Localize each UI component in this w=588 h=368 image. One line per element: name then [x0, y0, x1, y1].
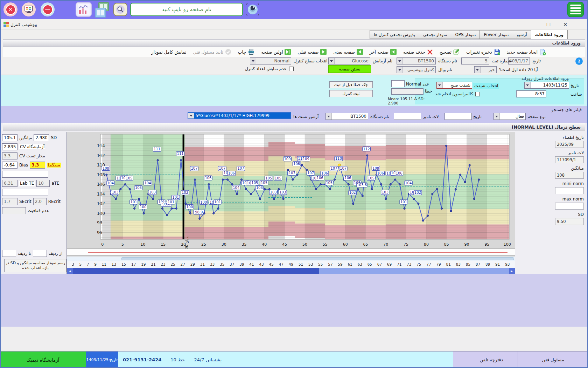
next-page-button[interactable]: صفحه بعدی: [333, 49, 363, 55]
support-phone: 021-9131-2424: [123, 357, 161, 362]
max-norm-input[interactable]: [555, 203, 584, 210]
chart-shortcut-button[interactable]: [76, 2, 92, 17]
lower-area-background: [0, 274, 588, 327]
levey-jennings-chart-block: 9698100102104106108110112114051015202530…: [66, 132, 515, 274]
svg-text:40: 40: [262, 242, 267, 247]
above-status-background: [0, 327, 588, 351]
stats-extra-input-2[interactable]: [2, 189, 48, 196]
filter-date-input[interactable]: [444, 113, 472, 120]
window-close-button[interactable]: ✕: [558, 19, 573, 29]
svg-text:108: 108: [372, 166, 379, 170]
vial-name-combo[interactable]: کنترل بیوشیمی: [397, 66, 436, 73]
bottom-scrollbar[interactable]: ◄ ►: [67, 268, 515, 274]
close-page-button[interactable]: بستن صفحه: [328, 65, 371, 73]
filter-lot-input[interactable]: [394, 113, 421, 120]
hamburger-menu-button[interactable]: [567, 2, 584, 17]
chart-horizontal-scrollbar[interactable]: [67, 257, 515, 261]
desktop-button[interactable]: [22, 2, 36, 16]
device-name-combo[interactable]: BT1500: [397, 57, 436, 64]
svg-text:103: 103: [382, 190, 388, 194]
filter-device-combo[interactable]: BT1500: [326, 113, 368, 120]
scrollbar-handle[interactable]: [121, 257, 514, 260]
submit-control-button[interactable]: ثبت کنترل: [329, 90, 373, 97]
search-page-button[interactable]: [113, 3, 127, 16]
svg-text:101: 101: [172, 196, 179, 199]
levey-jennings-chart[interactable]: 9698100102104106108110112114051015202530…: [67, 132, 515, 248]
shift-combo[interactable]: شیفت صبح: [436, 82, 472, 89]
first-20-combo[interactable]: خیر: [474, 66, 497, 73]
svg-text:پایان 20 داده: پایان 20 داده: [184, 237, 189, 248]
tab-cumulative-chart[interactable]: نمودار تجمعی: [419, 30, 451, 39]
stats-extra-input-1[interactable]: [2, 171, 48, 178]
ate-input: [36, 180, 50, 187]
svg-text:106: 106: [321, 171, 328, 175]
lab-te-input: [2, 180, 18, 187]
lot-number-value: 117099/1: [555, 156, 584, 163]
sd-input[interactable]: [34, 134, 49, 141]
page-name-search-input[interactable]: [130, 3, 243, 16]
window-title-bar: [0, 19, 588, 30]
control-level-combo[interactable]: Normal: [250, 57, 291, 64]
print-button[interactable]: چاپ: [238, 49, 254, 55]
tab-power-chart[interactable]: نمودار Power: [479, 30, 512, 39]
svg-text:95: 95: [484, 242, 489, 247]
mini-norm-input[interactable]: [555, 187, 584, 194]
registration-number-input[interactable]: [461, 57, 489, 64]
close-icon: ✕: [6, 5, 16, 15]
svg-text:107: 107: [237, 166, 244, 170]
last-page-button[interactable]: صفحه آخر: [370, 49, 397, 55]
draw-range-chart-button[interactable]: رسم نمودار محاسبه میانگین و SD در بازه ا…: [4, 259, 66, 272]
tab-archive[interactable]: آرشیو: [513, 30, 531, 39]
svg-text:105: 105: [368, 176, 374, 180]
svg-text:103: 103: [135, 186, 142, 190]
svg-text:100: 100: [186, 205, 193, 209]
from-row-input[interactable]: [33, 250, 47, 257]
edit-button[interactable]: تصحیح: [440, 49, 460, 55]
page-type-combo[interactable]: فعال: [493, 113, 526, 120]
archive-tests-combo[interactable]: 5*Glucose*1403/1/17*-HIGH:179999: [188, 112, 291, 119]
cv-lab-input[interactable]: [2, 143, 18, 150]
prev-page-button[interactable]: صفحه قبلی: [298, 49, 327, 55]
hide-numbers-checkbox[interactable]: [289, 67, 294, 71]
watch-page-button[interactable]: [246, 3, 260, 16]
new-page-button[interactable]: ایجاد صفحه جدید: [507, 49, 546, 55]
window-maximize-button[interactable]: ☐: [541, 19, 556, 29]
scroll-right-icon[interactable]: ►: [509, 268, 515, 274]
svg-text:100: 100: [97, 211, 105, 216]
first-page-button[interactable]: اولین صفحه: [261, 49, 291, 55]
phonebook-link[interactable]: دفترچه تلفن: [465, 352, 518, 368]
time-input[interactable]: [516, 90, 546, 97]
bottom-scrollbar-handle[interactable]: [73, 268, 319, 274]
mean-input[interactable]: [2, 134, 18, 141]
tab-ops-chart[interactable]: نمودار OPS: [451, 30, 479, 39]
bias-input[interactable]: [2, 162, 18, 169]
calibration-checkbox[interactable]: [475, 92, 480, 96]
scroll-left-icon[interactable]: ◄: [67, 268, 73, 274]
windows-shortcut-button[interactable]: [94, 2, 111, 18]
hide-numbers-field: عدم نمایش اعداد کنترل: [245, 66, 294, 71]
svg-text:108: 108: [103, 166, 109, 170]
delete-page-button[interactable]: حذف صفحه: [403, 49, 433, 55]
daily-date-combo[interactable]: 1403/11/25: [524, 82, 569, 89]
minimize-app-button[interactable]: —: [41, 2, 55, 16]
show-full-chart-button[interactable]: نمایش کامل نمودار: [151, 49, 186, 55]
svg-text:107: 107: [289, 171, 295, 175]
svg-text:102: 102: [182, 191, 188, 195]
record-number-axis: 3579111315171921232527293133353739414345…: [67, 261, 515, 268]
svg-text:0: 0: [101, 242, 104, 247]
check-error-button[interactable]: چک خطا قبل از ثبت: [329, 81, 373, 88]
close-app-button[interactable]: ✕: [4, 2, 18, 16]
tab-cumulative-acceptance[interactable]: پذیرش تجمعی کنترل ها: [370, 30, 419, 39]
window-minimize-button[interactable]: —: [523, 19, 539, 29]
help-icon[interactable]: ?: [575, 57, 583, 65]
calibration-field: کالیبراسیون انجام شد: [435, 91, 480, 96]
control-value-input[interactable]: [391, 80, 405, 87]
sigma-input[interactable]: [30, 162, 45, 169]
to-row-input[interactable]: [2, 250, 16, 257]
record-date-input[interactable]: [508, 57, 530, 64]
test-name-combo[interactable]: Glucose: [328, 57, 370, 64]
tab-data-entry[interactable]: ورود اطلاعات: [531, 30, 568, 39]
save-changes-button[interactable]: ذخیره تغییرات: [466, 49, 500, 55]
tech-manager-link[interactable]: مسئول فنی: [518, 352, 588, 368]
approve-tech-manager-button[interactable]: تایید مسئول فنی: [193, 49, 231, 55]
